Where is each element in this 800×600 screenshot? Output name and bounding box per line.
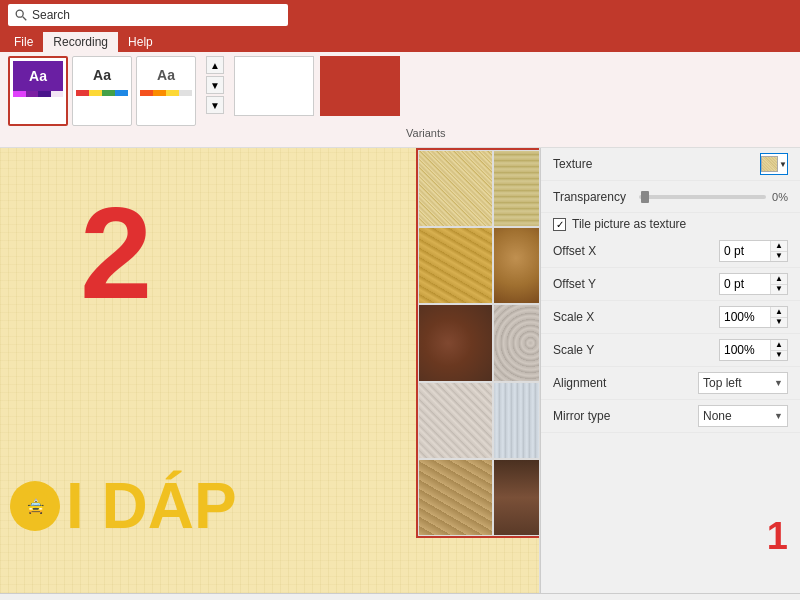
scale-x-down[interactable]: ▼ [771, 318, 787, 328]
annotation-1: 1 [767, 515, 788, 558]
theme-item-1[interactable]: Aa [8, 56, 68, 126]
offset-y-label: Offset Y [553, 277, 633, 291]
search-icon [14, 8, 28, 22]
theme-colors-2 [76, 90, 128, 96]
search-label: Search [32, 8, 70, 22]
theme-grid: Aa Aa Aa [8, 56, 196, 126]
theme-preview-2: Aa [76, 60, 128, 90]
offset-y-up[interactable]: ▲ [771, 274, 787, 285]
texture-icon [761, 156, 778, 172]
alignment-row: Alignment Top left ▼ [541, 367, 800, 400]
tile-row: ✓ Tile picture as texture [541, 213, 800, 235]
texture-panel [416, 148, 540, 538]
theme-item-2[interactable]: Aa [72, 56, 132, 126]
tab-recording[interactable]: Recording [43, 32, 118, 52]
theme-colors-3 [140, 90, 192, 96]
hoi-dap-text: I DÁP [66, 469, 237, 543]
theme-colors-1 [13, 91, 63, 97]
texture-label: Texture [553, 157, 633, 171]
slide-canvas: 2 🚖 I DÁP [0, 148, 540, 593]
offset-y-field[interactable] [720, 274, 770, 294]
tab-help[interactable]: Help [118, 32, 163, 52]
svg-point-0 [16, 10, 23, 17]
statusbar: Top [0, 593, 800, 600]
transparency-slider[interactable] [639, 195, 766, 199]
scale-x-row: Scale X ▲ ▼ [541, 301, 800, 334]
offset-x-down[interactable]: ▼ [771, 252, 787, 262]
scale-x-field[interactable] [720, 307, 770, 327]
mirror-arrow: ▼ [774, 411, 783, 421]
offset-x-spinner: ▲ ▼ [770, 241, 787, 261]
texture-cell-22[interactable] [493, 459, 540, 536]
texture-cell-11[interactable] [418, 304, 493, 381]
ribbon: File Recording Help Aa Aa [0, 30, 800, 148]
main-area: 2 🚖 I DÁP [0, 148, 800, 593]
scale-x-up[interactable]: ▲ [771, 307, 787, 318]
texture-dropdown-arrow: ▼ [779, 160, 787, 169]
slide-number: 2 [80, 178, 152, 328]
alignment-value: Top left [703, 376, 742, 390]
slide-thumb-1[interactable] [234, 56, 314, 116]
offset-x-row: Offset X ▲ ▼ [541, 235, 800, 268]
offset-y-down[interactable]: ▼ [771, 285, 787, 295]
texture-cell-6[interactable] [418, 227, 493, 304]
tile-label: Tile picture as texture [572, 217, 686, 231]
alignment-dropdown[interactable]: Top left ▼ [698, 372, 788, 394]
scale-x-label: Scale X [553, 310, 633, 324]
texture-grid [418, 150, 540, 536]
texture-cell-21[interactable] [418, 459, 493, 536]
scale-y-input[interactable]: ▲ ▼ [719, 339, 788, 361]
scale-y-label: Scale Y [553, 343, 633, 357]
offset-x-input[interactable]: ▲ ▼ [719, 240, 788, 262]
slide-text: 🚖 I DÁP [10, 469, 237, 543]
scale-y-row: Scale Y ▲ ▼ [541, 334, 800, 367]
tab-view[interactable]: File [4, 32, 43, 52]
titlebar: Search [0, 0, 800, 30]
search-box[interactable]: Search [8, 4, 288, 26]
mirror-label: Mirror type [553, 409, 633, 423]
mirror-dropdown[interactable]: None ▼ [698, 405, 788, 427]
offset-y-input[interactable]: ▲ ▼ [719, 273, 788, 295]
texture-cell-1[interactable] [418, 150, 493, 227]
ribbon-tabs: File Recording Help [0, 30, 800, 52]
alignment-label: Alignment [553, 376, 633, 390]
texture-cell-12[interactable] [493, 304, 540, 381]
slide-thumb-2[interactable] [320, 56, 400, 116]
texture-cell-17[interactable] [493, 382, 540, 459]
offset-y-spinner: ▲ ▼ [770, 274, 787, 294]
scale-y-up[interactable]: ▲ [771, 340, 787, 351]
texture-cell-2[interactable] [493, 150, 540, 227]
scale-x-input[interactable]: ▲ ▼ [719, 306, 788, 328]
mirror-value: None [703, 409, 732, 423]
tile-checkbox[interactable]: ✓ [553, 218, 566, 231]
texture-row: Texture ▼ [541, 148, 800, 181]
scale-y-down[interactable]: ▼ [771, 351, 787, 361]
scale-x-spinner: ▲ ▼ [770, 307, 787, 327]
offset-x-up[interactable]: ▲ [771, 241, 787, 252]
variants-label: Variants [406, 127, 446, 143]
theme-item-3[interactable]: Aa [136, 56, 196, 126]
ribbon-content: Aa Aa Aa [0, 52, 800, 147]
texture-cell-7[interactable] [493, 227, 540, 304]
svg-line-1 [23, 17, 27, 21]
theme-preview-3: Aa [140, 60, 192, 90]
scale-y-spinner: ▲ ▼ [770, 340, 787, 360]
svg-text:🚖: 🚖 [27, 498, 45, 515]
theme-scroll-up[interactable]: ▲ [206, 56, 224, 74]
theme-scroll-arrows: ▲ ▼ ▼ [202, 56, 228, 114]
transparency-thumb [641, 191, 649, 203]
transparency-row: Transparency 0% [541, 181, 800, 213]
taxi-icon: 🚖 [10, 481, 60, 531]
slide-preview-area [234, 56, 400, 116]
offset-y-row: Offset Y ▲ ▼ [541, 268, 800, 301]
theme-scroll-more[interactable]: ▼ [206, 96, 224, 114]
texture-select-button[interactable]: ▼ [760, 153, 788, 175]
alignment-arrow: ▼ [774, 378, 783, 388]
scale-y-field[interactable] [720, 340, 770, 360]
mirror-row: Mirror type None ▼ [541, 400, 800, 433]
offset-x-field[interactable] [720, 241, 770, 261]
right-panel: Texture ▼ Transparency 0% ✓ Tile picture… [540, 148, 800, 593]
theme-scroll-down[interactable]: ▼ [206, 76, 224, 94]
texture-cell-16[interactable] [418, 382, 493, 459]
offset-x-label: Offset X [553, 244, 633, 258]
